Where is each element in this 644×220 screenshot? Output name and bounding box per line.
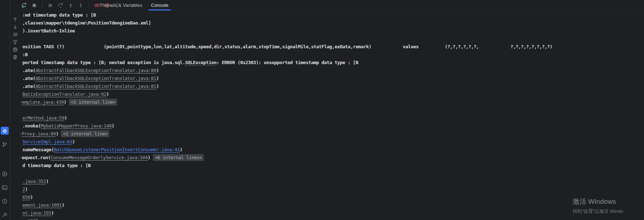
console-line: :B (22, 51, 644, 59)
stack-frame-link[interactable]: a:192 (22, 218, 35, 220)
console-line: d timestamp data type : [B (22, 162, 644, 170)
step-over-icon (58, 3, 63, 8)
stack-frame-link[interactable]: emplate.java:439 (22, 99, 63, 105)
step-over-button[interactable] (57, 1, 65, 9)
stack-frame-link[interactable]: BatchQueueListenerPositionInsertConsumer… (54, 147, 180, 152)
scroll-up-button[interactable] (12, 17, 18, 22)
stack-frame-link[interactable]: nt.java:193 (22, 210, 51, 216)
fold-arrow-icon[interactable]: > (20, 98, 21, 106)
stack-frame-link[interactable]: erMethod.java:59 (22, 115, 64, 121)
rerun-button[interactable] (20, 1, 28, 9)
stack-frame-link[interactable]: ConsumeMessageOrderlyService.java:504 (50, 155, 147, 160)
stripe-services-button[interactable] (1, 170, 9, 178)
services-icon (2, 171, 8, 177)
stripe-problems-button[interactable] (1, 197, 9, 205)
console-line: 2) (22, 185, 644, 193)
stack-frame-link[interactable]: AbstractFallbackSQLExceptionTranslator.j… (35, 76, 156, 81)
stack-frame-link[interactable]: Proxy.java:89 (22, 131, 56, 136)
tool-window-stripe (0, 0, 10, 220)
console-line: erMethod.java:59) (22, 114, 644, 122)
internal-lines-chip[interactable]: <1 internal line> (69, 99, 117, 105)
stack-frame-link[interactable]: MybatisMapperProxy.java:148 (41, 123, 111, 129)
tab-label: Console (151, 3, 168, 8)
stop-button[interactable] (30, 1, 38, 9)
scroll-down-button[interactable] (12, 24, 18, 30)
exception-class-link[interactable]: SQLException (185, 60, 216, 66)
console-text: ,classes\mapper\tdengine\PositionTdengin… (22, 20, 151, 26)
console-line: >equest.run(ConsumeMessageOrderlyService… (22, 154, 644, 162)
stack-frame-link[interactable]: .java:352 (22, 179, 46, 184)
print-button[interactable] (12, 47, 18, 53)
scroll-to-end-button[interactable] (12, 39, 18, 45)
git-icon (2, 142, 8, 147)
console-output[interactable]: :ed timestamp data type : [B,classes\map… (20, 10, 644, 220)
resume-icon (48, 3, 53, 8)
stack-frame-link[interactable]: ement.java:1091 (22, 202, 62, 208)
console-text: ) (156, 76, 159, 81)
console-line (22, 35, 644, 43)
step-out-button[interactable] (77, 1, 85, 9)
console-line: sumeMessage(BatchQueueListenerPositionIn… (22, 146, 644, 154)
stripe-git-button[interactable] (1, 140, 9, 148)
console-text: ) (111, 123, 114, 129)
soft-wrap-icon (12, 32, 18, 37)
console-text: ) (180, 147, 182, 152)
tab-console[interactable]: Console (147, 0, 173, 10)
fold-arrow-icon[interactable]: > (20, 154, 21, 162)
soft-wrap-button[interactable] (12, 32, 18, 37)
stack-frame-link[interactable]: BatisExceptionTranslator.java:92 (22, 91, 106, 97)
console-line: .ate(AbstractFallbackSQLExceptionTransla… (22, 67, 644, 75)
console-line: >Proxy.java:89) <1 internal line> (22, 130, 644, 138)
rerun-icon (21, 3, 27, 8)
step-into-icon (68, 3, 74, 8)
step-into-button[interactable] (67, 1, 75, 9)
step-out-icon (78, 3, 84, 8)
console-line: .nvoke(MybatisMapperProxy.java:148) (22, 122, 644, 130)
tab-threads-variables[interactable]: Threads & Variables (95, 0, 147, 10)
console-text: equest.run( (22, 155, 50, 160)
console-line: ,classes\mapper\tdengine\PositionTdengin… (22, 19, 644, 27)
stack-frame-link[interactable]: AbstractFallbackSQLExceptionTranslator.j… (35, 68, 156, 73)
tab-label: Threads & Variables (100, 3, 142, 8)
console-text: : ERROR (0x2303): unsupported timestamp … (216, 60, 358, 65)
console-line: osition TAGS (?) (pointDt,pointtype,lon,… (22, 43, 644, 51)
console-line (22, 106, 644, 114)
console-text: ) (56, 131, 61, 136)
console-line: ).insertBatch-Inline (22, 27, 644, 35)
console-text: ) (64, 115, 67, 121)
console-text: .ate( (22, 68, 35, 73)
console-text: ) (72, 139, 75, 144)
console-text: ported timestamp data type : [B; nested … (22, 60, 185, 65)
console-text: :B (22, 52, 28, 57)
console-text: ) (30, 194, 33, 200)
internal-lines-chip[interactable]: <1 internal line> (61, 130, 109, 137)
console-line: a:192) (22, 217, 644, 220)
stripe-build-button[interactable] (1, 211, 9, 219)
stack-frame-link[interactable]: 650 (22, 194, 30, 200)
console-text: ) (46, 179, 49, 184)
console-text: ).insertBatch-Inline (22, 28, 75, 33)
toolbar-separator (42, 3, 43, 8)
clear-all-button[interactable] (12, 54, 18, 60)
console-text: ) (51, 210, 54, 216)
stripe-debugger-button[interactable] (1, 127, 9, 135)
console-line: BatisExceptionTranslator.java:92) (22, 90, 644, 98)
resume-button[interactable] (47, 1, 54, 9)
console-text: ) (156, 84, 159, 89)
stack-frame-link[interactable]: AbstractFallbackSQLExceptionTranslator.j… (35, 84, 156, 89)
debugger-tabs: Threads & VariablesConsole (95, 0, 173, 10)
console-line: ported timestamp data type : [B; nested … (22, 59, 644, 67)
internal-lines-chip[interactable]: <6 internal lines> (153, 154, 204, 161)
stack-frame-link[interactable]: ServiceImpl.java:63 (22, 139, 72, 144)
console-line: >emplate.java:439) <1 internal line> (22, 98, 644, 106)
stripe-terminal-button[interactable] (1, 184, 9, 192)
console-line (22, 170, 644, 178)
console-toolbar (10, 10, 20, 220)
console-line: .java:352) (22, 178, 644, 185)
console-text: ) (64, 99, 69, 105)
print-icon (12, 47, 18, 53)
console-text: :ed timestamp data type : [B (22, 12, 96, 18)
scroll-down-icon (12, 24, 18, 30)
console-text: ) (35, 218, 38, 220)
fold-arrow-icon[interactable]: > (20, 130, 21, 138)
